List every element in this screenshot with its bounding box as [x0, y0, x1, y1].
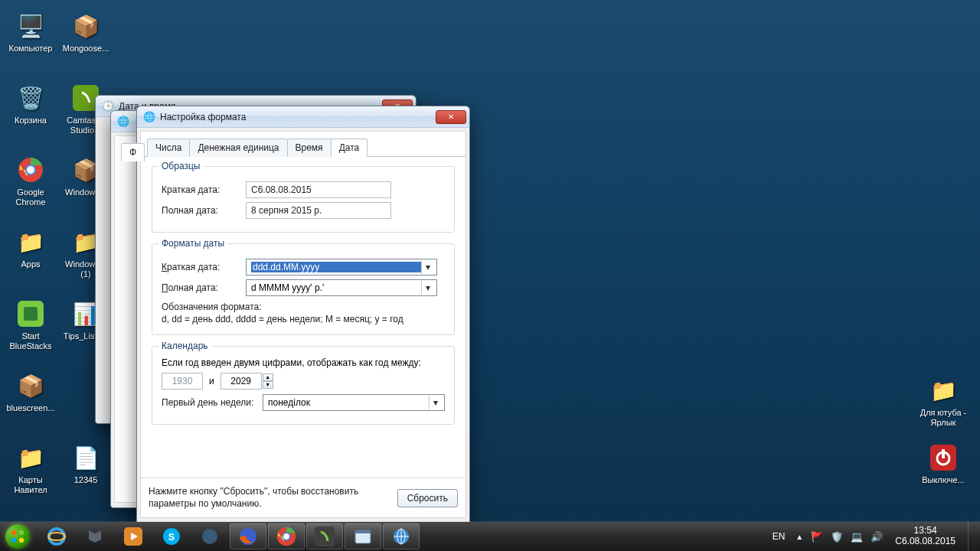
icon-label: Выключе...: [917, 475, 969, 485]
svg-point-10: [48, 533, 65, 540]
icon-label: Google Chrome: [5, 187, 57, 207]
desktop-icon-apps[interactable]: 📁Apps: [5, 227, 57, 269]
network-icon[interactable]: 💻: [851, 530, 863, 543]
combo-value: d MMMM yyyy' р.': [251, 282, 421, 293]
show-desktop-button[interactable]: [968, 522, 975, 551]
icon-label: Для ютуба - Ярлык: [917, 408, 969, 427]
label-short-format: Краткая дата:: [162, 262, 246, 272]
tab-panel-date: Образцы Краткая дата: C6.08.08.2015 Полн…: [141, 156, 466, 478]
globe-icon: 🌐: [143, 111, 155, 123]
icon-label: Mongoose...: [60, 44, 112, 54]
tab-time[interactable]: Время: [287, 139, 332, 157]
taskbar-chrome[interactable]: [268, 523, 305, 549]
icon-label: Компьютер: [5, 44, 57, 54]
close-button[interactable]: ✕: [436, 110, 466, 124]
archive-icon: 📦: [15, 370, 46, 401]
icon-label: 12345: [60, 475, 112, 485]
group-calendar: Календарь Если год введен двумя цифрами,…: [152, 346, 455, 425]
spin-down[interactable]: ▼: [263, 381, 273, 389]
combo-value: понеділок: [268, 397, 429, 408]
spin-up[interactable]: ▲: [263, 373, 273, 381]
folder-shortcut-icon: 📁: [928, 375, 959, 406]
archive-icon: 📦: [70, 11, 101, 41]
group-label: Образцы: [158, 161, 203, 171]
taskbar-media[interactable]: [115, 523, 152, 549]
svg-point-3: [27, 166, 34, 174]
taskbar-app[interactable]: [191, 523, 228, 549]
flag-icon[interactable]: 🚩: [811, 530, 823, 543]
combo-first-day[interactable]: понеділок ▾: [263, 394, 445, 411]
desktop-icon-computer[interactable]: 🖥️Компьютер: [5, 11, 57, 54]
taskbar-clock[interactable]: 13:54 C6.08.08.2015: [890, 526, 960, 547]
format-legend: Обозначения формата: d, dd = день ddd, d…: [162, 301, 445, 325]
sample-long-date: 8 серпня 2015 р.: [246, 202, 391, 219]
label-and: и: [209, 376, 214, 386]
titlebar[interactable]: 🌐 Настройка формата ✕: [137, 106, 469, 128]
system-tray: EN ▲ 🚩 🛡️ 💻 🔊 13:54 C6.08.08.2015: [765, 522, 980, 551]
tabs: Числа Денежная единица Время Дата: [141, 132, 466, 156]
window-controls: ✕: [436, 110, 466, 124]
tab-numbers[interactable]: Числа: [147, 139, 190, 157]
window-body: Числа Денежная единица Время Дата Образц…: [140, 131, 466, 518]
legend-text: d, dd = день ddd, dddd = день недели; M …: [162, 313, 445, 325]
monitor-icon: 🖥️: [15, 11, 46, 41]
desktop-icon-recycle[interactable]: 🗑️Корзина: [5, 83, 57, 126]
combo-short-format[interactable]: ddd.dd.MM.yyyy ▾: [246, 259, 437, 276]
desktop-icon-mongoose[interactable]: 📦Mongoose...: [60, 11, 112, 54]
taskbar-skype[interactable]: S: [153, 523, 190, 549]
taskbar-firefox[interactable]: [230, 523, 266, 549]
start-button[interactable]: [0, 522, 35, 551]
svg-rect-8: [942, 449, 945, 458]
label-year-range: Если год введен двумя цифрами, отображат…: [162, 357, 445, 368]
language-indicator[interactable]: EN: [769, 531, 789, 542]
reset-bar: Нажмите кнопку "Сбросить", чтобы восстан…: [141, 478, 466, 517]
taskbar-camtasia[interactable]: [306, 523, 343, 549]
bluestacks-icon: [15, 298, 46, 329]
window-customize-format[interactable]: 🌐 Настройка формата ✕ Числа Денежная еди…: [136, 106, 470, 551]
desktop-icon-shutdown[interactable]: Выключе...: [917, 442, 969, 485]
svg-point-15: [202, 529, 217, 544]
icon-label: Корзина: [5, 116, 57, 126]
recycle-bin-icon: 🗑️: [15, 83, 46, 113]
taskbar-datetime[interactable]: [345, 523, 381, 549]
desktop-icon-12345[interactable]: 📄12345: [60, 442, 112, 485]
group-label: Календарь: [158, 341, 211, 351]
year-from: 1930: [162, 373, 203, 390]
svg-rect-22: [355, 530, 371, 533]
combo-long-format[interactable]: d MMMM yyyy' р.' ▾: [246, 279, 437, 296]
chevron-down-icon: ▾: [421, 281, 433, 295]
desktop-icon-chrome[interactable]: Google Chrome: [5, 155, 57, 207]
desktop-icon-youtube[interactable]: 📁Для ютуба - Ярлык: [917, 375, 969, 427]
folder-icon: 📁: [15, 227, 46, 257]
desktop-icon-bluescreen[interactable]: 📦bluescreen...: [5, 370, 57, 413]
tab-date[interactable]: Дата: [331, 139, 368, 157]
tab-currency[interactable]: Денежная единица: [189, 139, 287, 157]
label-long-date: Полная дата:: [162, 205, 246, 216]
show-hidden-icons[interactable]: ▲: [795, 533, 803, 541]
icon-label: bluescreen...: [5, 403, 57, 413]
taskbar-pins: S: [35, 523, 423, 549]
windows-logo-icon: [5, 524, 30, 549]
icon-label: Карты Навител: [5, 475, 57, 494]
label-short-date: Краткая дата:: [162, 184, 246, 195]
chevron-down-icon: ▾: [421, 260, 433, 274]
taskbar-ie[interactable]: [38, 523, 75, 549]
reset-button[interactable]: Сбросить: [397, 489, 458, 507]
year-to[interactable]: 2029: [220, 373, 262, 390]
svg-rect-5: [24, 307, 38, 321]
taskbar-region[interactable]: [383, 523, 420, 549]
desktop-icon-navitel[interactable]: 📁Карты Навител: [5, 442, 57, 494]
legend-title: Обозначения формата:: [162, 301, 445, 313]
volume-icon[interactable]: 🔊: [871, 530, 883, 543]
icon-label: Start BlueStacks: [5, 331, 57, 350]
security-icon[interactable]: 🛡️: [831, 530, 843, 543]
taskbar-vbox[interactable]: [77, 523, 113, 549]
power-icon: [928, 442, 959, 473]
tab-formats[interactable]: Ф: [121, 143, 145, 161]
desktop-icon-bluestacks[interactable]: Start BlueStacks: [5, 298, 57, 350]
combo-value: ddd.dd.MM.yyyy: [251, 262, 421, 272]
clock-date: C6.08.08.2015: [895, 536, 956, 547]
folder-icon: 📁: [15, 442, 46, 473]
svg-point-19: [283, 533, 289, 540]
label-long-format: Полная дата:: [162, 282, 246, 293]
